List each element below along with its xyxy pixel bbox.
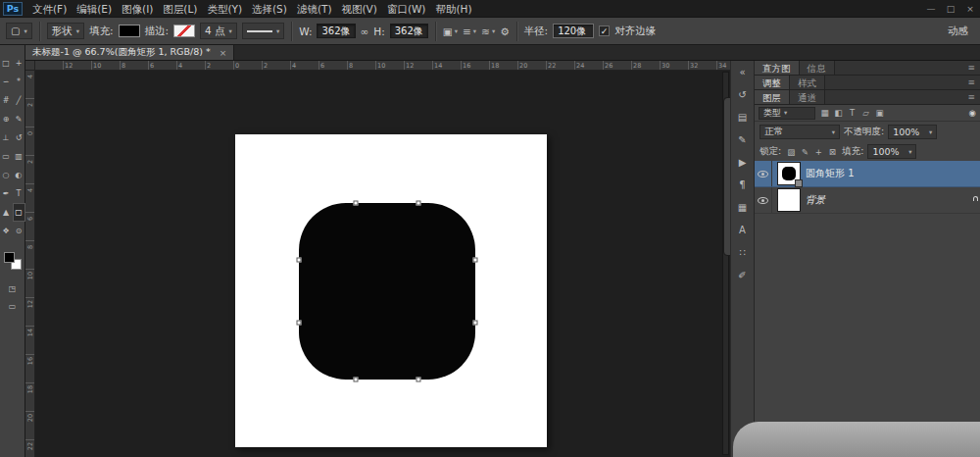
canvas-vertical-scrollbar[interactable]	[722, 72, 729, 455]
layer-name[interactable]: 圆角矩形 1	[806, 167, 855, 180]
panel-menu-icon[interactable]: ≡	[967, 90, 980, 104]
link-dimensions-icon[interactable]: ∞	[361, 25, 369, 37]
lock-transparency-icon[interactable]: ▨	[785, 147, 797, 157]
menu-item[interactable]: 帮助(H)	[430, 0, 476, 18]
hand-tool-icon[interactable]: ❖	[0, 222, 13, 240]
blend-mode-select[interactable]: 正常 ▾	[760, 125, 840, 139]
artboard-panel-icon[interactable]: ▦	[733, 200, 752, 215]
stroke-width-select[interactable]: 4 点 ▾	[200, 23, 237, 39]
tab-channels[interactable]: 通道	[790, 90, 825, 104]
spot-healing-brush-tool-icon[interactable]: ⊕	[0, 110, 13, 128]
shape-anchor-point[interactable]	[416, 378, 421, 382]
lasso-tool-icon[interactable]: ∽	[0, 73, 13, 91]
layer-filter-kind-select[interactable]: 类型 ▾	[759, 107, 815, 120]
menu-item[interactable]: 编辑(E)	[72, 0, 117, 18]
path-selection-tool-icon[interactable]: ▲	[0, 203, 13, 222]
layer-row-rounded-rectangle[interactable]: 圆角矩形 1	[755, 161, 980, 187]
tab-adjustments[interactable]: 调整	[755, 76, 790, 89]
timeline-panel-icon[interactable]: ▶	[733, 155, 752, 170]
width-field[interactable]: 362像	[317, 24, 355, 38]
menu-item[interactable]: 窗口(W)	[382, 0, 431, 18]
shape-anchor-point[interactable]	[297, 321, 302, 326]
quick-mask-icon[interactable]: ◳	[6, 281, 19, 295]
fill-color-swatch[interactable]	[119, 25, 140, 37]
tab-histogram[interactable]: 直方图	[755, 61, 800, 75]
shape-anchor-point[interactable]	[416, 201, 421, 206]
path-alignment-button[interactable]: ≡ ▾	[463, 25, 476, 37]
menu-item[interactable]: 图层(L)	[158, 0, 202, 18]
menu-item[interactable]: 文件(F)	[27, 0, 72, 18]
menu-item[interactable]: 选择(S)	[247, 0, 292, 18]
opacity-select[interactable]: 100% ▾	[888, 125, 937, 139]
layer-filter-toggle[interactable]: ◉	[969, 108, 976, 118]
panel-menu-icon[interactable]: ≡	[967, 61, 980, 75]
shape-anchor-point[interactable]	[354, 201, 359, 206]
stroke-style-select[interactable]: ▾	[242, 23, 284, 39]
workspace-switcher[interactable]: 动感	[948, 25, 974, 38]
layer-fill-select[interactable]: 100% ▾	[867, 144, 916, 159]
document-canvas[interactable]	[235, 134, 547, 447]
stroke-color-swatch[interactable]	[173, 25, 195, 37]
close-tab-icon[interactable]: ×	[220, 48, 227, 58]
lock-all-icon[interactable]: ⊠	[826, 147, 838, 157]
restore-button[interactable]: □	[941, 0, 960, 18]
filter-smart-objects-icon[interactable]: ▣	[873, 108, 886, 118]
character-panel-icon[interactable]: A	[733, 223, 752, 237]
shape-anchor-point[interactable]	[473, 258, 478, 263]
paragraph-panel-icon[interactable]: ¶	[733, 178, 752, 192]
foreground-color-swatch[interactable]	[4, 252, 15, 263]
menu-item[interactable]: 类型(Y)	[202, 0, 247, 18]
layer-visibility-toggle[interactable]	[755, 161, 772, 186]
gear-icon[interactable]: ⚙	[500, 25, 509, 37]
path-arrangement-button[interactable]: ≋ ▾	[481, 25, 495, 37]
height-field[interactable]: 362像	[390, 24, 428, 38]
filter-type-layers-icon[interactable]: T	[846, 108, 858, 118]
tab-info[interactable]: 信息	[800, 61, 835, 75]
gradient-tool-icon[interactable]: ▥	[13, 147, 25, 166]
clone-stamp-tool-icon[interactable]: ⊥	[0, 128, 13, 147]
panel-menu-icon[interactable]: ≡	[967, 76, 980, 89]
history-brush-tool-icon[interactable]: ↺	[13, 128, 25, 147]
type-tool-icon[interactable]: T	[13, 184, 25, 203]
align-edges-checkbox[interactable]: ✓	[599, 25, 610, 36]
blur-tool-icon[interactable]: ○	[0, 166, 13, 184]
layer-thumbnail[interactable]	[778, 189, 800, 211]
filter-pixel-layers-icon[interactable]: ▦	[818, 108, 831, 118]
pen-tool-icon[interactable]: ✒	[0, 184, 13, 203]
rounded-rectangle-shape[interactable]	[299, 203, 475, 380]
crop-tool-icon[interactable]: #	[0, 91, 13, 110]
glyphs-panel-icon[interactable]: ∷	[733, 245, 752, 260]
quick-selection-tool-icon[interactable]: *	[13, 73, 25, 91]
minimize-button[interactable]: —	[921, 0, 941, 18]
properties-panel-icon[interactable]: ▤	[733, 110, 752, 125]
screen-mode-icon[interactable]: ▭	[6, 299, 19, 313]
filter-adjustment-layers-icon[interactable]: ◧	[832, 108, 845, 118]
menu-item[interactable]: 滤镜(T)	[292, 0, 337, 18]
layer-row-background[interactable]: 背景	[755, 187, 980, 214]
tool-preset-picker[interactable]: ▢ ▾	[6, 23, 32, 39]
notes-panel-icon[interactable]: ✐	[733, 268, 752, 282]
layer-visibility-toggle[interactable]	[755, 187, 772, 213]
menu-item[interactable]: 视图(V)	[336, 0, 381, 18]
collapse-panels-icon[interactable]: «	[733, 65, 752, 79]
close-window-button[interactable]: ×	[960, 0, 980, 18]
ruler-origin-corner[interactable]	[25, 61, 35, 71]
eyedropper-tool-icon[interactable]: ╱	[13, 91, 25, 110]
shape-anchor-point[interactable]	[297, 258, 302, 263]
path-operations-button[interactable]: ▣ ▾	[443, 25, 458, 37]
document-tab[interactable]: 未标题-1 @ 66.7%(圆角矩形 1, RGB/8) * ×	[25, 45, 234, 60]
menu-item[interactable]: 图像(I)	[117, 0, 158, 18]
layer-name[interactable]: 背景	[806, 193, 825, 207]
zoom-tool-icon[interactable]: ⊙	[13, 222, 25, 240]
brush-tool-icon[interactable]: ✎	[13, 110, 25, 128]
vertical-ruler[interactable]: 420246810121416182022	[25, 71, 35, 457]
shape-anchor-point[interactable]	[354, 378, 359, 382]
horizontal-ruler[interactable]: 121086420246810121416182022242628303234	[35, 61, 730, 71]
dodge-tool-icon[interactable]: ◐	[13, 166, 25, 184]
rectangular-marquee-tool-icon[interactable]: □	[0, 54, 13, 73]
lock-position-icon[interactable]: +	[812, 147, 824, 157]
filter-shape-layers-icon[interactable]: ▱	[859, 108, 872, 118]
rounded-rectangle-tool-icon[interactable]: ▢	[13, 203, 25, 222]
layer-thumbnail[interactable]	[778, 163, 800, 184]
tab-layers[interactable]: 图层	[755, 90, 790, 104]
